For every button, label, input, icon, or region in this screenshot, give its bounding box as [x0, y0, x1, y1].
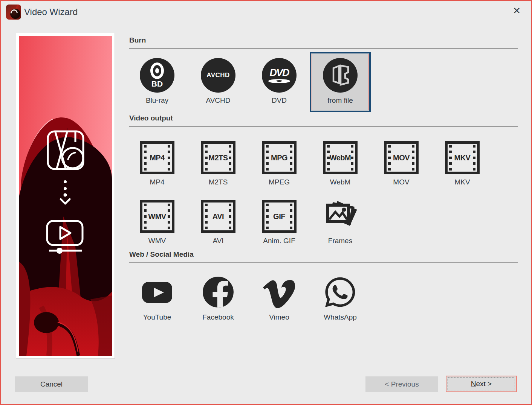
burn-item-from-file[interactable]: from file — [310, 52, 371, 112]
divider — [129, 262, 518, 263]
social-item-youtube[interactable]: YouTube — [127, 269, 188, 321]
film-strip-icon: MPG — [262, 141, 297, 174]
item-label: MOV — [393, 178, 409, 186]
divider — [129, 126, 518, 127]
video-item-frames[interactable]: Frames — [310, 194, 371, 245]
film-strip-icon: WMV — [140, 200, 174, 233]
social-item-vimeo[interactable]: Vimeo — [249, 269, 310, 321]
item-label: AVCHD — [206, 96, 230, 105]
video-item-webm[interactable]: WebM WebM — [310, 135, 371, 186]
item-label: WMV — [148, 237, 166, 245]
avchd-disc-icon: AVCHD — [201, 58, 235, 93]
video-item-mkv[interactable]: MKV MKV — [432, 135, 493, 186]
whatsapp-icon — [323, 275, 358, 309]
dvd-disc-icon: DVD — [262, 58, 297, 93]
section-heading-social: Web / Social Media — [129, 250, 194, 259]
social-item-whatsapp[interactable]: WhatsApp — [310, 269, 371, 321]
preview-photo — [19, 36, 112, 356]
video-item-mpeg[interactable]: MPG MPEG — [249, 135, 310, 186]
film-strip-icon: M2TS — [201, 141, 235, 174]
section-heading-burn: Burn — [129, 36, 146, 44]
video-item-anim-gif[interactable]: GIF Anim. GIF — [249, 194, 310, 245]
film-strip-icon: AVI — [201, 200, 235, 233]
video-item-mp4[interactable]: MP4 MP4 — [127, 135, 188, 186]
disc-image-from-file-icon — [323, 58, 358, 93]
app-logo-icon — [6, 5, 21, 20]
item-label: WhatsApp — [324, 313, 357, 321]
item-label: Facebook — [202, 313, 234, 321]
video-wizard-window: Video Wizard ✕ — [0, 0, 532, 405]
close-icon[interactable]: ✕ — [513, 6, 521, 15]
item-label: MP4 — [150, 178, 164, 186]
item-label: DVD — [272, 96, 287, 105]
cancel-button[interactable]: Cancel — [15, 376, 88, 392]
film-strip-icon: WebM — [323, 141, 358, 174]
bluray-disc-icon: BD — [140, 58, 174, 93]
frames-stack-icon — [323, 200, 358, 233]
item-label: Vimeo — [269, 313, 289, 321]
burn-row: BD Blu-ray AVCHD AVCHD DVD DVD — [127, 52, 371, 112]
burn-item-avchd[interactable]: AVCHD AVCHD — [188, 52, 249, 112]
facebook-icon — [201, 275, 235, 309]
previous-button[interactable]: < Previous — [365, 376, 438, 392]
video-output-row-1: MP4 MP4 M2TS M2TS MPG MPEG WebM WebM MOV… — [127, 135, 493, 186]
video-item-mov[interactable]: MOV MOV — [371, 135, 432, 186]
wizard-preview-panel — [16, 33, 115, 359]
social-item-facebook[interactable]: Facebook — [188, 269, 249, 321]
video-output-row-2: WMV WMV AVI AVI GIF Anim. GIF Frames — [127, 194, 371, 245]
social-row: YouTube Facebook Vimeo WhatsApp — [127, 269, 371, 321]
item-label: from file — [327, 96, 353, 105]
next-button[interactable]: Next > — [446, 376, 517, 392]
burn-item-dvd[interactable]: DVD DVD — [249, 52, 310, 112]
vimeo-icon — [262, 275, 297, 309]
item-label: MKV — [454, 178, 470, 186]
item-label: YouTube — [143, 313, 171, 321]
window-title: Video Wizard — [24, 7, 78, 17]
burn-item-blu-ray[interactable]: BD Blu-ray — [127, 52, 188, 112]
item-label: AVI — [212, 237, 223, 245]
film-strip-icon: MP4 — [140, 141, 174, 174]
item-label: WebM — [330, 178, 351, 186]
film-strip-icon: MKV — [445, 141, 480, 174]
item-label: Blu-ray — [146, 96, 168, 105]
divider — [129, 48, 518, 49]
video-item-wmv[interactable]: WMV WMV — [127, 194, 188, 245]
video-item-m2ts[interactable]: M2TS M2TS — [188, 135, 249, 186]
item-label: M2TS — [209, 178, 228, 186]
film-strip-icon: GIF — [262, 200, 297, 233]
video-item-avi[interactable]: AVI AVI — [188, 194, 249, 245]
film-strip-icon: MOV — [384, 141, 419, 174]
section-heading-video-output: Video output — [129, 114, 173, 122]
item-label: MPEG — [269, 178, 290, 186]
youtube-icon — [140, 275, 174, 309]
item-label: Anim. GIF — [263, 237, 295, 245]
item-label: Frames — [328, 237, 352, 245]
